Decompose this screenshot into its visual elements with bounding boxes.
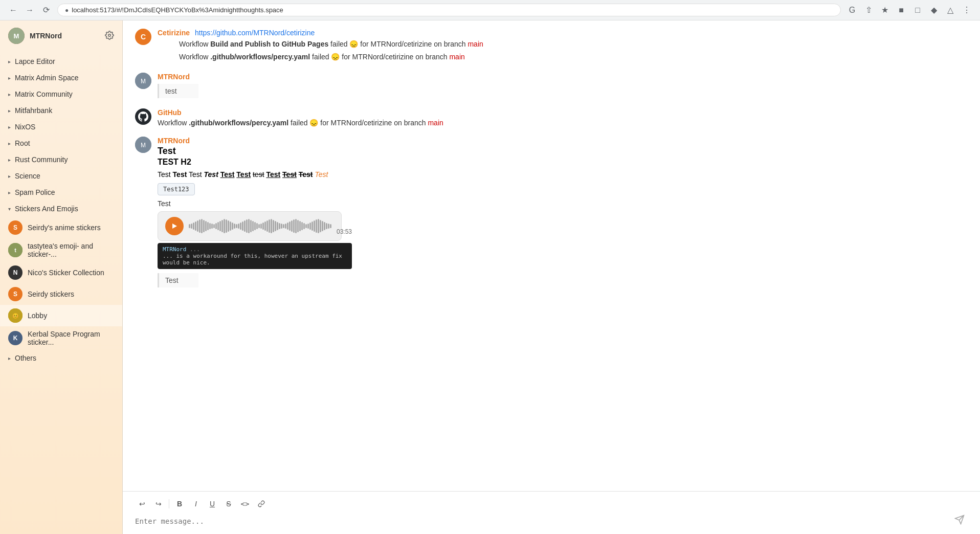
extension-icon[interactable]: ■ — [894, 3, 908, 17]
code-block-label: Test123 — [158, 183, 195, 195]
wave-bar — [256, 223, 258, 229]
back-button[interactable]: ← — [6, 3, 20, 17]
wave-bar — [260, 224, 262, 229]
toolbar-separator — [169, 499, 169, 508]
sidebar-item-label: Science — [15, 172, 40, 180]
sidebar-item-rust-community[interactable]: ▸ Rust Community — [0, 151, 122, 168]
chevron-right-icon: ▸ — [8, 190, 11, 195]
formatting-toolbar: ↩ ↪ B I U S <> — [135, 497, 968, 511]
room-lobby[interactable]: 😊 Lobby — [0, 305, 122, 326]
share-icon[interactable]: ⇧ — [861, 3, 876, 17]
bold-underline-text: Test — [220, 170, 235, 179]
sidebar-item-others[interactable]: ▸ Others — [0, 350, 122, 366]
italic-button[interactable]: I — [189, 497, 203, 511]
star-icon[interactable]: ★ — [878, 3, 892, 17]
profile-icon[interactable]: △ — [943, 3, 957, 17]
chevron-right-icon: ▸ — [8, 355, 11, 361]
send-button[interactable] — [951, 513, 968, 529]
strikethrough-button[interactable]: S — [221, 497, 236, 511]
wave-bar — [326, 223, 327, 229]
sidebar-item-matrix-community[interactable]: ▸ Matrix Community — [0, 86, 122, 102]
wave-bar — [213, 224, 215, 228]
main-panel: C Cetirizine https://github.com/MTRNord/… — [123, 20, 980, 534]
room-seirdy-anime[interactable]: S Seirdy's anime stickers — [0, 217, 122, 238]
wave-bar — [199, 219, 201, 233]
sidebar-item-mitfahrbank[interactable]: ▸ Mitfahrbank — [0, 102, 122, 119]
message-row: M MTRNord test — [135, 73, 968, 100]
forward-button[interactable]: → — [23, 3, 37, 17]
red-italic-text: Test — [315, 170, 328, 179]
wave-bar — [189, 224, 190, 228]
underline-button[interactable]: U — [205, 497, 219, 511]
workflow-name: .github/workflows/percy.yaml — [189, 119, 288, 127]
below-code-text: Test — [158, 198, 968, 209]
sidebar-item-spam-police[interactable]: ▸ Spam Police — [0, 184, 122, 201]
code-button[interactable]: <> — [238, 497, 252, 511]
app: M MTRNord ▸ Lapce Editor ▸ Matrix Admin … — [0, 20, 980, 534]
sidebar-item-label: Matrix Community — [15, 90, 73, 98]
msg-sender: MTRNord — [158, 73, 968, 81]
wave-bar — [240, 222, 241, 230]
code-snippet-sep: ... — [190, 246, 200, 253]
room-label: tastytea's emoji- and sticker-... — [28, 242, 114, 258]
branch-link: main — [449, 53, 464, 61]
sidebar-item-science[interactable]: ▸ Science — [0, 168, 122, 184]
room-avatar: N — [8, 265, 23, 280]
message-h2: TEST H2 — [158, 158, 968, 167]
code-snippet-user: MTRNord — [163, 246, 186, 253]
input-area: ↩ ↪ B I U S <> — [123, 491, 980, 534]
wave-bar — [291, 220, 293, 232]
msg-content: GitHub Workflow .github/workflows/percy.… — [158, 108, 968, 128]
sidebar-item-label: NixOS — [15, 123, 35, 131]
msg-content: Cetirizine https://github.com/MTRNord/ce… — [158, 29, 968, 64]
sidebar-item-nixos[interactable]: ▸ NixOS — [0, 119, 122, 135]
cetirizine-avatar: C — [135, 29, 151, 45]
extensions-puzzle-icon[interactable]: ◆ — [927, 3, 941, 17]
chevron-right-icon: ▸ — [8, 75, 11, 81]
bot-link[interactable]: https://github.com/MTRNord/cetirizine — [195, 29, 315, 37]
sidebar-item-label: Root — [15, 139, 30, 147]
play-button[interactable] — [165, 217, 184, 235]
workflow-line-1: Workflow Build and Publish to GitHub Pag… — [158, 39, 968, 50]
room-label: Lobby — [28, 312, 47, 320]
room-label: Seirdy's anime stickers — [28, 224, 101, 232]
message-input[interactable] — [135, 515, 968, 527]
extension2-icon[interactable]: □ — [910, 3, 925, 17]
wave-bar — [279, 223, 280, 229]
bold-strike: Test — [299, 170, 313, 179]
room-tastytea[interactable]: t tastytea's emoji- and sticker-... — [0, 238, 122, 262]
audio-duration: 03:53 — [337, 228, 352, 235]
bold-button[interactable]: B — [172, 497, 187, 511]
redo-button[interactable]: ↪ — [151, 497, 166, 511]
sidebar-item-lapce-editor[interactable]: ▸ Lapce Editor — [0, 53, 122, 70]
wave-bar — [324, 222, 325, 230]
wave-bar — [242, 221, 243, 231]
room-label: Kerbal Space Program sticker... — [28, 330, 114, 346]
google-icon[interactable]: G — [845, 3, 859, 17]
room-label: Nico's Sticker Collection — [28, 269, 104, 277]
sidebar-item-root[interactable]: ▸ Root — [0, 135, 122, 151]
sidebar-item-matrix-admin[interactable]: ▸ Matrix Admin Space — [0, 70, 122, 86]
settings-button[interactable] — [105, 31, 114, 41]
messages-list: C Cetirizine https://github.com/MTRNord/… — [123, 20, 980, 491]
menu-icon[interactable]: ⋮ — [960, 3, 974, 17]
browser-actions: G ⇧ ★ ■ □ ◆ △ ⋮ — [845, 3, 974, 17]
input-wrapper — [135, 515, 968, 529]
room-nico-stickers[interactable]: N Nico's Sticker Collection — [0, 262, 122, 283]
address-bar[interactable]: ● localhost:5173/#/!DmJCdIsEQHBYCKYoBx%3… — [57, 4, 841, 16]
undo-button[interactable]: ↩ — [135, 497, 149, 511]
refresh-button[interactable]: ⟳ — [39, 3, 53, 17]
wave-bar — [314, 220, 315, 232]
sidebar-item-stickers-and-emojis[interactable]: ▾ Stickers And Emojis — [0, 201, 122, 217]
wave-bar — [266, 220, 268, 232]
message-group-mtrnord1: M MTRNord test — [135, 73, 968, 100]
link-button[interactable] — [254, 497, 269, 511]
svg-text:M: M — [14, 32, 19, 40]
room-kerbal[interactable]: K Kerbal Space Program sticker... — [0, 326, 122, 350]
user-info: M MTRNord — [8, 28, 62, 44]
waveform — [189, 218, 331, 234]
room-seirdy-stickers[interactable]: S Seirdy stickers — [0, 283, 122, 305]
bold-underline-strike: Test — [282, 170, 297, 179]
sidebar-nav: ▸ Lapce Editor ▸ Matrix Admin Space ▸ Ma… — [0, 51, 122, 534]
wave-bar — [236, 224, 237, 228]
